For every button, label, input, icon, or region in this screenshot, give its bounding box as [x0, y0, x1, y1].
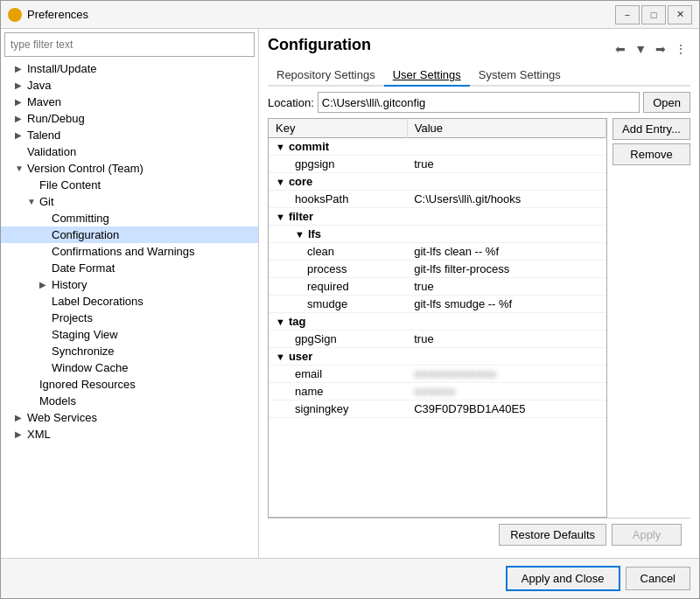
back-arrow-button[interactable]: ▼	[631, 40, 650, 58]
tree-item-configuration[interactable]: Configuration	[1, 226, 258, 243]
cancel-button[interactable]: Cancel	[626, 567, 690, 590]
tree-label: Java	[27, 79, 51, 92]
table-row[interactable]: ▼tag	[269, 313, 606, 331]
arrow-icon: ▼	[27, 197, 39, 206]
close-button[interactable]: ✕	[668, 5, 692, 24]
table-row[interactable]: ▼filter	[269, 208, 606, 226]
table-header: Key Value	[269, 119, 606, 138]
arrow-icon: ▶	[15, 130, 27, 140]
table-row[interactable]: hooksPathC:\Users\lli\.git/hooks	[269, 191, 606, 208]
footer-bar: Apply and Close Cancel	[1, 558, 699, 598]
tree-label: Confirmations and Warnings	[52, 245, 195, 258]
config-table: Key Value ▼commitgpgsigntrue▼corehooksPa…	[269, 119, 606, 418]
tree-item-confirmations[interactable]: Confirmations and Warnings	[1, 243, 258, 260]
table-row[interactable]: ▼core	[269, 173, 606, 191]
open-button[interactable]: Open	[643, 92, 690, 113]
tree-container: ▶Install/Update▶Java▶Maven▶Run/Debug▶Tal…	[1, 60, 258, 558]
tree-item-models[interactable]: Models	[1, 393, 258, 409]
arrow-icon: ▶	[15, 64, 27, 73]
table-row[interactable]: ▼commit	[269, 138, 606, 156]
tab-user[interactable]: User Settings	[384, 65, 470, 87]
tree-label: Run/Debug	[27, 112, 85, 125]
subsection-key: ▼lfs	[269, 226, 606, 243]
tree-item-talend[interactable]: ▶Talend	[1, 127, 258, 143]
key-cell: email	[269, 366, 407, 383]
arrow-icon: ▶	[15, 413, 27, 422]
bottom-bar: Restore Defaults Apply	[268, 518, 690, 551]
apply-button[interactable]: Apply	[612, 524, 682, 546]
value-cell: git-lfs clean -- %f	[407, 243, 606, 261]
table-row[interactable]: smudgegit-lfs smudge -- %f	[269, 296, 606, 313]
tree-item-synchronize[interactable]: Synchronize	[1, 343, 258, 359]
toolbar: ⬅ ▼ ➡ ⋮	[612, 40, 690, 58]
key-cell: name	[269, 383, 407, 400]
preferences-window: Preferences − □ ✕ ▶Install/Update▶Java▶M…	[0, 0, 700, 599]
table-row[interactable]: ▼lfs	[269, 226, 606, 243]
value-cell-blurred: ●●●●●●	[407, 383, 606, 400]
table-row[interactable]: name●●●●●●	[269, 383, 606, 400]
tab-system[interactable]: System Settings	[470, 65, 570, 87]
tree-label: Web Services	[27, 411, 97, 424]
section-key: ▼filter	[269, 208, 606, 226]
tree-item-ignored-resources[interactable]: Ignored Resources	[1, 376, 258, 393]
tree-item-label-decorations[interactable]: Label Decorations	[1, 293, 258, 310]
tree-item-window-cache[interactable]: Window Cache	[1, 359, 258, 376]
section-key: ▼user	[269, 348, 606, 366]
restore-defaults-button[interactable]: Restore Defaults	[499, 524, 606, 546]
tree-item-git[interactable]: ▼Git	[1, 193, 258, 210]
tree-item-validation[interactable]: Validation	[1, 143, 258, 160]
maximize-button[interactable]: □	[641, 5, 666, 24]
tree-item-java[interactable]: ▶Java	[1, 77, 258, 94]
tree-label: Window Cache	[52, 361, 128, 374]
back-button[interactable]: ⬅	[612, 40, 629, 58]
arrow-icon: ▶	[15, 97, 27, 107]
tree-label: File Content	[39, 178, 101, 192]
col-key: Key	[269, 119, 407, 138]
table-row[interactable]: ▼user	[269, 348, 606, 366]
table-row[interactable]: processgit-lfs filter-process	[269, 261, 606, 278]
table-row[interactable]: gpgsigntrue	[269, 156, 606, 173]
config-table-wrapper: Key Value ▼commitgpgsigntrue▼corehooksPa…	[268, 118, 607, 518]
tree-label: Models	[39, 394, 76, 407]
filter-input[interactable]	[4, 32, 255, 57]
remove-button[interactable]: Remove	[612, 143, 690, 165]
key-cell: hooksPath	[269, 191, 407, 208]
table-row[interactable]: cleangit-lfs clean -- %f	[269, 243, 606, 261]
apply-close-button[interactable]: Apply and Close	[506, 566, 620, 591]
section-key: ▼tag	[269, 313, 606, 331]
table-row[interactable]: gpgSigntrue	[269, 331, 606, 348]
tree-item-version-control[interactable]: ▼Version Control (Team)	[1, 160, 258, 177]
forward-button[interactable]: ➡	[652, 40, 669, 58]
tree-item-history[interactable]: ▶History	[1, 276, 258, 293]
tree-item-install-update[interactable]: ▶Install/Update	[1, 60, 258, 77]
tree-label: Validation	[27, 145, 76, 158]
tree-label: Version Control (Team)	[27, 162, 144, 175]
titlebar: Preferences − □ ✕	[1, 1, 699, 29]
value-cell: true	[407, 331, 606, 348]
menu-button[interactable]: ⋮	[671, 40, 690, 58]
tree-item-maven[interactable]: ▶Maven	[1, 94, 258, 110]
tree-item-web-services[interactable]: ▶Web Services	[1, 409, 258, 426]
table-row[interactable]: email●●●●●●●●●●●●	[269, 366, 606, 383]
value-cell: C:\Users\lli\.git/hooks	[407, 191, 606, 208]
tree-item-staging-view[interactable]: Staging View	[1, 326, 258, 343]
table-row[interactable]: signingkeyC39F0D79BD1A40E5	[269, 400, 606, 418]
tree-item-committing[interactable]: Committing	[1, 210, 258, 226]
tree-item-file-content[interactable]: File Content	[1, 177, 258, 193]
tree-item-date-format[interactable]: Date Format	[1, 260, 258, 276]
tree-item-run-debug[interactable]: ▶Run/Debug	[1, 110, 258, 127]
key-cell: gpgSign	[269, 331, 407, 348]
tree-label: Date Format	[52, 261, 115, 275]
value-cell: git-lfs filter-process	[407, 261, 606, 278]
add-entry-button[interactable]: Add Entry...	[612, 118, 690, 140]
table-row[interactable]: requiredtrue	[269, 278, 606, 296]
tree-label: History	[52, 278, 87, 291]
tree-item-projects[interactable]: Projects	[1, 310, 258, 326]
location-input[interactable]	[318, 92, 640, 113]
col-value: Value	[407, 119, 606, 138]
tab-repo[interactable]: Repository Settings	[268, 65, 384, 87]
tree-item-xml[interactable]: ▶XML	[1, 426, 258, 442]
arrow-icon: ▶	[15, 80, 27, 90]
minimize-button[interactable]: −	[615, 5, 640, 24]
config-buttons: Add Entry... Remove	[612, 118, 690, 518]
